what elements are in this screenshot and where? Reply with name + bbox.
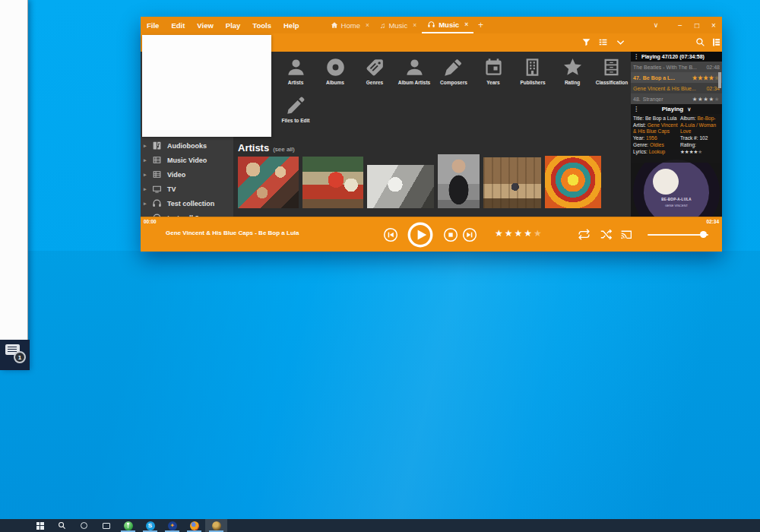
volume-slider[interactable]: [648, 234, 708, 236]
volume-slider-handle[interactable]: [700, 231, 707, 238]
start-button[interactable]: [29, 519, 51, 532]
expand-arrow-icon[interactable]: ▸: [141, 172, 150, 178]
artist-thumbnail[interactable]: [438, 154, 480, 208]
category-files-to-edit[interactable]: Files to Edit: [282, 95, 310, 123]
category-classification[interactable]: Classification: [596, 57, 628, 85]
menu-help[interactable]: Help: [277, 21, 306, 30]
expand-arrow-icon[interactable]: ▸: [141, 143, 150, 149]
record-artist-text: GENE VINCENT: [633, 204, 720, 207]
new-tab-button[interactable]: +: [473, 17, 488, 33]
notification-tile[interactable]: 1: [0, 340, 30, 370]
search-icon[interactable]: [695, 37, 705, 47]
artist-thumbnail[interactable]: [302, 157, 363, 208]
minimize-button[interactable]: −: [672, 21, 689, 30]
stop-button[interactable]: [443, 227, 458, 242]
chevron-down-icon[interactable]: [616, 40, 625, 46]
music-note-icon: ♫: [380, 21, 386, 30]
category-composers[interactable]: Composers: [440, 57, 467, 85]
menu-view[interactable]: View: [191, 21, 219, 30]
kebab-menu-icon[interactable]: ⋮: [633, 53, 639, 60]
taskbar-app-mediamonkey-active[interactable]: [205, 519, 227, 532]
artist-thumbnail[interactable]: [545, 156, 601, 208]
shuffle-icon[interactable]: [600, 228, 613, 241]
playlist-scrollbar[interactable]: [718, 72, 721, 88]
category-rating[interactable]: Rating: [562, 57, 583, 85]
category-years[interactable]: Years: [483, 57, 504, 85]
calendar-icon: [483, 57, 504, 78]
green-app-icon: [124, 521, 133, 530]
maximize-button[interactable]: □: [689, 21, 705, 30]
category-publishers[interactable]: Publishers: [520, 57, 545, 85]
window-controls: ∨ − □ ×: [648, 21, 722, 30]
sidebar-item-music-video[interactable]: ▸ Music Video: [141, 153, 233, 167]
chevron-down-icon[interactable]: ∨: [687, 106, 691, 112]
artist-thumbnail[interactable]: [367, 165, 434, 208]
taskbar-app-firefox[interactable]: [183, 519, 205, 532]
play-button[interactable]: [407, 222, 433, 248]
see-all-link[interactable]: (see all): [273, 146, 294, 153]
tab-close-icon[interactable]: ×: [413, 21, 416, 29]
menu-tools[interactable]: Tools: [246, 21, 277, 30]
tab-home[interactable]: Home ×: [325, 17, 375, 33]
category-artists[interactable]: Artists: [286, 57, 306, 85]
taskbar-app-skype[interactable]: S: [139, 519, 161, 532]
sidebar-item-test-coll-3[interactable]: ▸ test coll 3: [141, 211, 233, 217]
taskbar-app-green[interactable]: [117, 519, 139, 532]
disc-icon: [325, 57, 346, 78]
now-playing-header[interactable]: ⋮ Playing 47/120 (07:34:58): [631, 52, 722, 62]
filter-icon[interactable]: [581, 37, 591, 47]
expand-arrow-icon[interactable]: ▸: [141, 157, 150, 163]
repeat-icon[interactable]: [578, 228, 591, 241]
skype-icon: S: [146, 521, 155, 530]
sidebar-item-test-collection[interactable]: ▸ Test collection: [141, 196, 233, 211]
playlist-row[interactable]: The Beatles - With The B... 02:48: [631, 62, 722, 72]
player-rating-stars[interactable]: ★★★★★: [495, 228, 543, 239]
kebab-menu-icon[interactable]: ⋮: [633, 106, 639, 112]
sidebar-item-video[interactable]: ▸ Video: [141, 167, 233, 182]
playlist-row-current[interactable]: 47. Be Bop a L... ★★★★★: [631, 72, 722, 83]
close-button[interactable]: ×: [705, 21, 722, 30]
artist-thumbnail[interactable]: [238, 157, 299, 208]
playlist-row[interactable]: Gene Vincent & His Blue... 02:34: [631, 83, 722, 93]
tab-music-2-active[interactable]: Music ×: [422, 17, 473, 33]
expand-arrow-icon[interactable]: ▸: [141, 201, 150, 207]
track-rating-stars[interactable]: ★★★★★: [689, 74, 720, 81]
menu-play[interactable]: Play: [220, 21, 247, 30]
taskbar-search-button[interactable]: [51, 519, 73, 532]
previous-button[interactable]: [383, 227, 398, 242]
playlist-row[interactable]: 48. Stranger ★★★★★: [631, 93, 722, 104]
tab-close-icon[interactable]: ×: [464, 21, 468, 28]
menu-edit[interactable]: Edit: [165, 21, 191, 30]
window-menu-chevron-icon[interactable]: ∨: [648, 21, 664, 29]
tab-bar: Home × ♫ Music × Music × +: [325, 17, 489, 33]
side-panel-icon[interactable]: [711, 37, 721, 47]
artist-thumbnail[interactable]: [483, 157, 541, 208]
playing-section-header[interactable]: ⋮ Playing ∨: [631, 104, 722, 114]
next-button[interactable]: [462, 227, 477, 242]
lyrics-lookup-link[interactable]: Lookup: [649, 149, 666, 154]
sidebar-item-audiobooks[interactable]: ▸ Audiobooks: [141, 138, 233, 153]
cast-icon[interactable]: [619, 228, 633, 241]
category-genres[interactable]: Genres: [365, 57, 385, 85]
expand-arrow-icon[interactable]: ▸: [141, 186, 150, 192]
view-list-icon[interactable]: [598, 37, 608, 47]
genre-link[interactable]: Oldies: [650, 142, 664, 147]
cortana-button[interactable]: [73, 519, 95, 532]
info-rating-stars[interactable]: ★★★★★: [680, 149, 720, 156]
remaining-time: 02:34: [706, 219, 719, 224]
background-window-edge[interactable]: [0, 0, 28, 370]
pen-icon: [443, 57, 464, 78]
now-playing-track-text[interactable]: Gene Vincent & His Blue Caps - Be Bop a …: [166, 230, 299, 236]
category-albums[interactable]: Albums: [325, 57, 346, 85]
video-list-icon: [152, 155, 162, 165]
sidebar-item-tv[interactable]: ▸ TV: [141, 182, 233, 196]
tab-music-1[interactable]: ♫ Music ×: [375, 17, 422, 33]
record-center-hole: [653, 169, 679, 195]
taskbar-app-edge[interactable]: ✦: [161, 519, 183, 532]
track-rating-stars[interactable]: ★★★★★: [689, 96, 720, 103]
tab-close-icon[interactable]: ×: [366, 21, 369, 29]
year-link[interactable]: 1956: [646, 135, 657, 141]
category-album-artists[interactable]: Album Artists: [398, 57, 430, 85]
task-view-button[interactable]: [95, 519, 117, 532]
menu-file[interactable]: File: [141, 21, 165, 30]
